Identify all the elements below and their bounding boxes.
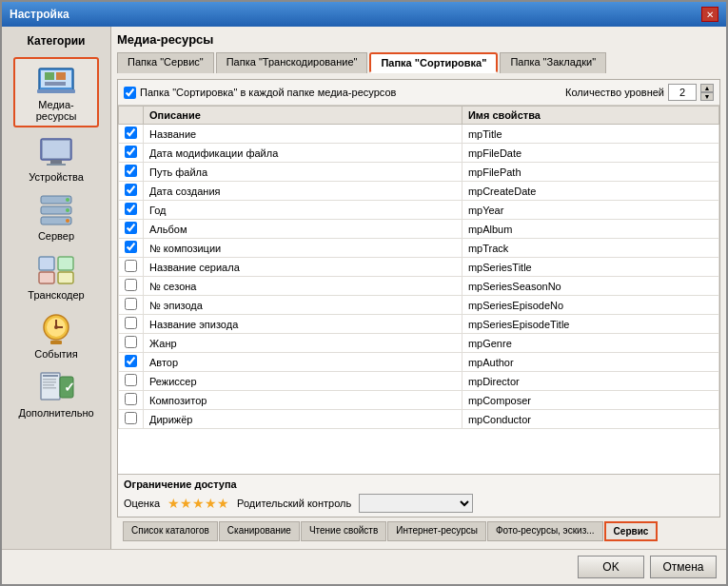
row-property: mpConductor <box>462 410 718 429</box>
table-row: № эпизодаmpSeriesEpisodeNo <box>119 296 719 315</box>
row-description: Композитор <box>144 391 462 410</box>
table-row: Дата модификации файлаmpFileDate <box>119 144 719 163</box>
sidebar-label-media: Медиа-ресурсы <box>19 99 93 122</box>
svg-rect-16 <box>39 257 54 270</box>
access-title: Ограничение доступа <box>124 479 714 490</box>
row-check-cell[interactable] <box>119 163 144 182</box>
levels-up-btn[interactable]: ▲ <box>700 84 714 92</box>
titlebar-controls: ✕ <box>701 7 718 22</box>
row-description: Название <box>144 125 462 144</box>
levels-input[interactable] <box>668 84 697 101</box>
tab-service-folder[interactable]: Папка "Сервис" <box>117 52 214 73</box>
sidebar-label-transcode: Транскодер <box>28 289 84 301</box>
row-check-cell[interactable] <box>119 372 144 391</box>
sort-checkbox[interactable] <box>124 87 136 99</box>
sidebar-item-extra[interactable]: ✓ Дополнительно <box>13 367 99 422</box>
bottom-tab-scan[interactable]: Сканирование <box>219 521 300 541</box>
row-description: Путь файла <box>144 163 462 182</box>
table-row: АльбомmpAlbum <box>119 220 719 239</box>
row-checkbox-input[interactable] <box>125 393 137 405</box>
bottom-tab-service[interactable]: Сервис <box>604 521 659 541</box>
row-checkbox-input[interactable] <box>125 222 137 234</box>
bottom-tab-photo[interactable]: Фото-ресурсы, эскиз... <box>487 521 603 541</box>
row-check-cell[interactable] <box>119 220 144 239</box>
row-check-cell[interactable] <box>119 144 144 163</box>
row-check-cell[interactable] <box>119 182 144 201</box>
sidebar-item-events[interactable]: События <box>13 308 99 363</box>
svg-rect-31 <box>43 387 56 389</box>
row-check-cell[interactable] <box>119 125 144 144</box>
levels-down-btn[interactable]: ▼ <box>700 92 714 101</box>
row-check-cell[interactable] <box>119 315 144 334</box>
row-check-cell[interactable] <box>119 296 144 315</box>
row-property: mpSeriesSeasonNo <box>462 277 718 296</box>
row-checkbox-input[interactable] <box>125 203 137 215</box>
row-checkbox-input[interactable] <box>125 355 137 367</box>
tab-bookmarks-folder[interactable]: Папка "Закладки" <box>500 52 606 73</box>
content-area: Категории Медиа-ресурсы <box>2 27 726 549</box>
row-description: Жанр <box>144 334 462 353</box>
row-checkbox-input[interactable] <box>125 336 137 348</box>
sort-checkbox-label[interactable]: Папка "Сортировка" в каждой папке медиа-… <box>124 87 396 99</box>
table-row: Путь файлаmpFilePath <box>119 163 719 182</box>
row-checkbox-input[interactable] <box>125 412 137 424</box>
row-checkbox-input[interactable] <box>125 241 137 253</box>
sidebar-item-transcode[interactable]: Транскодер <box>13 249 99 304</box>
titlebar: Настройка ✕ <box>2 2 726 27</box>
svg-rect-29 <box>43 381 56 383</box>
row-checkbox-input[interactable] <box>125 184 137 196</box>
svg-point-24 <box>54 325 58 329</box>
row-description: № сезона <box>144 277 462 296</box>
row-property: mpYear <box>462 201 718 220</box>
row-check-cell[interactable] <box>119 353 144 372</box>
row-checkbox-input[interactable] <box>125 260 137 272</box>
tab-transcode-folder[interactable]: Папка "Транскодирование" <box>216 52 368 73</box>
settings-window: Настройка ✕ Категории <box>0 0 728 586</box>
parental-control-select[interactable] <box>359 494 473 513</box>
row-check-cell[interactable] <box>119 277 144 296</box>
row-checkbox-input[interactable] <box>125 146 137 158</box>
table-row: № сезонаmpSeriesSeasonNo <box>119 277 719 296</box>
row-check-cell[interactable] <box>119 239 144 258</box>
sidebar-label-server: Сервер <box>38 230 74 242</box>
row-check-cell[interactable] <box>119 334 144 353</box>
table-body: НазваниеmpTitleДата модификации файлаmpF… <box>119 125 719 429</box>
svg-rect-4 <box>45 82 66 86</box>
tab-sort-folder[interactable]: Папка "Сортировка" <box>369 52 498 73</box>
properties-table: Описание Имя свойства НазваниеmpTitleДат… <box>118 106 719 429</box>
table-row: ДирижёрmpConductor <box>119 410 719 429</box>
row-check-cell[interactable] <box>119 201 144 220</box>
ok-button[interactable]: OK <box>578 556 644 578</box>
row-property: mpTrack <box>462 239 718 258</box>
sidebar-item-media[interactable]: Медиа-ресурсы <box>13 57 99 127</box>
row-property: mpGenre <box>462 334 718 353</box>
bottom-tab-read[interactable]: Чтение свойств <box>301 521 386 541</box>
table-row: № композицииmpTrack <box>119 239 719 258</box>
row-checkbox-input[interactable] <box>125 165 137 177</box>
events-icon <box>37 312 75 346</box>
sidebar-item-server[interactable]: Сервер <box>13 190 99 245</box>
row-checkbox-input[interactable] <box>125 127 137 139</box>
row-property: mpComposer <box>462 391 718 410</box>
row-checkbox-input[interactable] <box>125 374 137 386</box>
table-row: КомпозиторmpComposer <box>119 391 719 410</box>
row-checkbox-input[interactable] <box>125 279 137 291</box>
table-row: НазваниеmpTitle <box>119 125 719 144</box>
server-icon <box>37 194 75 228</box>
bottom-tabs: Список каталогов Сканирование Чтение сво… <box>117 518 720 543</box>
access-section: Ограничение доступа Оценка ★★★★★ Родител… <box>118 474 719 517</box>
svg-rect-28 <box>43 379 56 381</box>
close-button[interactable]: ✕ <box>701 7 718 22</box>
row-check-cell[interactable] <box>119 258 144 277</box>
row-property: mpSeriesEpisodeNo <box>462 296 718 315</box>
cancel-button[interactable]: Отмена <box>650 556 717 578</box>
bottom-tab-catalog[interactable]: Список каталогов <box>123 521 218 541</box>
row-description: № эпизода <box>144 296 462 315</box>
row-checkbox-input[interactable] <box>125 298 137 310</box>
row-check-cell[interactable] <box>119 391 144 410</box>
svg-rect-2 <box>45 72 54 80</box>
bottom-tab-internet[interactable]: Интернет-ресурсы <box>387 521 486 541</box>
sidebar-item-devices[interactable]: Устройства <box>13 131 99 186</box>
row-check-cell[interactable] <box>119 410 144 429</box>
row-checkbox-input[interactable] <box>125 317 137 329</box>
